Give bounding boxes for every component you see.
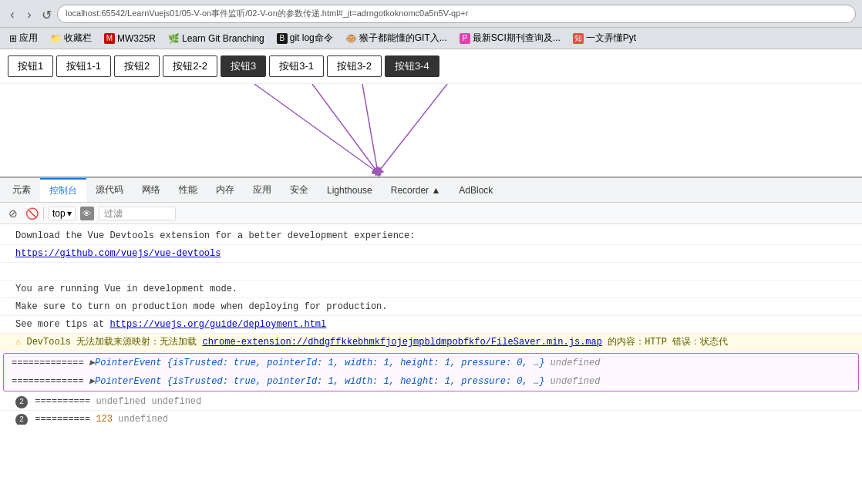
devtools-toolbar: ⊘ 🚫 top ▾ 👁: [0, 203, 862, 224]
arrows-svg: [0, 84, 862, 176]
git-icon: 🌿: [168, 33, 180, 44]
tab-adblock[interactable]: AdBlock: [450, 180, 502, 200]
console-group-1: ============= ▶PointerEvent {isTrusted: …: [3, 353, 859, 391]
btn2[interactable]: 按钮2: [114, 55, 160, 77]
console-vue-tips: See more tips at https://vuejs.org/guide…: [0, 316, 862, 334]
devtools-tabs: 元素 控制台 源代码 网络 性能 内存 应用 安全 Lighthouse Rec…: [0, 178, 862, 203]
bookmark-sci[interactable]: P 最新SCI期刊查询及...: [456, 31, 564, 45]
tab-elements[interactable]: 元素: [3, 179, 40, 201]
console-group-1-line1: ============= ▶PointerEvent {isTrusted: …: [4, 354, 858, 372]
tab-performance[interactable]: 性能: [170, 179, 207, 201]
bookmark-monkey[interactable]: 🐵 猴子都能懂的GIT入...: [342, 31, 450, 45]
tab-memory[interactable]: 内存: [207, 179, 244, 201]
forward-button[interactable]: ›: [23, 8, 35, 20]
address-bar[interactable]: localhost:65542/LearnVuejs01/05-V-on事件监听…: [57, 5, 856, 23]
btn1-1[interactable]: 按钮1-1: [56, 55, 111, 77]
tab-network[interactable]: 网络: [133, 179, 170, 201]
bookmark-mw325r[interactable]: M MW325R: [101, 32, 159, 45]
bookmark-apps[interactable]: ⊞ 应用: [6, 31, 41, 45]
toolbar-divider: [43, 207, 44, 220]
tab-recorder[interactable]: Recorder ▲: [382, 180, 450, 200]
bookmark-learngit-label: Learn Git Branching: [182, 33, 264, 44]
btn3-2[interactable]: 按钮3-2: [327, 55, 382, 77]
devtools-panel: 元素 控制台 源代码 网络 性能 内存 应用 安全 Lighthouse Rec…: [0, 176, 862, 425]
warn-icon: ⚠: [15, 337, 21, 348]
dropdown-icon: ▾: [67, 208, 72, 219]
browser-chrome: ‹ › ↺ localhost:65542/LearnVuejs01/05-V-…: [0, 0, 862, 28]
back-button[interactable]: ‹: [6, 8, 19, 20]
tab-console[interactable]: 控制台: [40, 178, 86, 202]
btn2-2[interactable]: 按钮2-2: [163, 55, 217, 77]
folder-icon: 📁: [50, 33, 62, 44]
console-blank: [0, 263, 862, 281]
bookmark-favorites[interactable]: 📁 收藏栏: [47, 31, 95, 45]
apps-icon: ⊞: [9, 33, 17, 44]
console-count2-1: 2 ========== undefined undefined: [0, 393, 862, 411]
tab-sources[interactable]: 源代码: [86, 179, 133, 201]
console-vue-dev: You are running Vue in development mode.: [0, 281, 862, 298]
console-vue-prod: Make sure to turn on production mode whe…: [0, 298, 862, 316]
console-group-1-line2: ============= ▶PointerEvent {isTrusted: …: [4, 372, 858, 391]
top-selector[interactable]: top ▾: [49, 207, 76, 220]
monkey-icon: 🐵: [345, 33, 357, 44]
btn3-4[interactable]: 按钮3-4: [385, 55, 439, 77]
bookmarks-bar: ⊞ 应用 📁 收藏栏 M MW325R 🌿 Learn Git Branchin…: [0, 28, 862, 49]
bookmark-gitlog-label: git log命令: [290, 32, 333, 45]
bookmark-gitlog[interactable]: B git log命令: [274, 31, 336, 45]
gitlog-icon: B: [277, 33, 288, 44]
svg-line-1: [312, 84, 378, 173]
bookmark-sci-label: 最新SCI期刊查询及...: [473, 32, 561, 45]
console-link-devtools[interactable]: https://github.com/vuejs/vue-devtools: [0, 245, 862, 263]
zhihu-icon: 知: [573, 33, 584, 44]
console-warn-devtools: ⚠ DevTools 无法加载来源映射：无法加载 chrome-extensio…: [0, 334, 862, 351]
mw-icon: M: [104, 33, 115, 44]
tab-application[interactable]: 应用: [244, 179, 281, 201]
chrome-ext-link[interactable]: chrome-extension://dhdgffkkebhmkfjojejmp…: [202, 337, 601, 348]
count-badge-2: 2: [15, 396, 28, 408]
btn1[interactable]: 按钮1: [8, 55, 53, 77]
bookmark-zhihu-label: 一文弄懂Pyt: [586, 32, 636, 45]
bookmark-favorites-label: 收藏栏: [64, 32, 92, 45]
btn3[interactable]: 按钮3: [221, 55, 266, 77]
button-bar: 按钮1 按钮1-1 按钮2 按钮2-2 按钮3 按钮3-1 按钮3-2 按钮3-…: [0, 49, 862, 84]
console-line: Download the Vue Devtools extension for …: [0, 227, 862, 245]
sci-icon: P: [460, 33, 470, 44]
console-count2-2: 2 ========== 123 undefined: [0, 411, 862, 425]
svg-line-2: [362, 84, 378, 173]
bookmark-monkey-label: 猴子都能懂的GIT入...: [359, 32, 447, 45]
tab-security[interactable]: 安全: [281, 179, 318, 201]
bookmark-zhihu[interactable]: 知 一文弄懂Pyt: [570, 31, 639, 45]
bookmark-apps-label: 应用: [19, 32, 38, 45]
filter-input[interactable]: [99, 207, 176, 220]
console-link-deployment[interactable]: https://vuejs.org/guide/deployment.html: [109, 319, 326, 330]
btn3-1[interactable]: 按钮3-1: [269, 55, 324, 77]
arrow-area: [0, 84, 862, 176]
pointer-icon[interactable]: ⊘: [6, 207, 20, 220]
address-text: localhost:65542/LearnVuejs01/05-V-on事件监听…: [66, 8, 468, 19]
count-badge-2b: 2: [15, 414, 28, 425]
tab-lighthouse[interactable]: Lighthouse: [318, 180, 382, 200]
svg-line-0: [254, 84, 378, 173]
bookmark-mw325r-label: MW325R: [117, 33, 156, 44]
top-label: top: [52, 208, 66, 219]
bookmark-learngit[interactable]: 🌿 Learn Git Branching: [165, 32, 268, 45]
clear-icon[interactable]: 🚫: [25, 207, 39, 220]
svg-line-3: [378, 84, 447, 173]
console-output[interactable]: Download the Vue Devtools extension for …: [0, 224, 862, 425]
reload-button[interactable]: ↺: [40, 8, 52, 20]
eye-icon[interactable]: 👁: [80, 207, 94, 220]
